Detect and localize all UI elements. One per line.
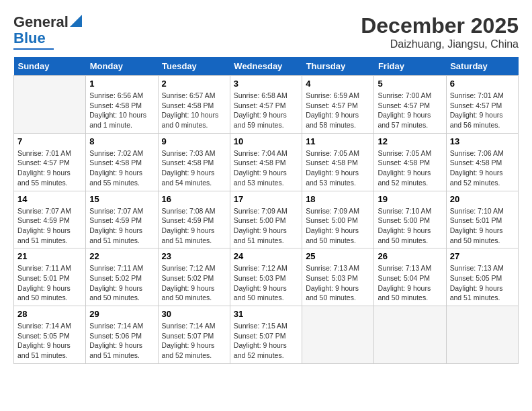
calendar-title: December 2025 <box>361 13 519 38</box>
week-row-3: 21Sunrise: 7:11 AMSunset: 5:01 PMDayligh… <box>14 248 519 306</box>
calendar-cell: 27Sunrise: 7:13 AMSunset: 5:05 PMDayligh… <box>446 248 518 306</box>
calendar-cell: 9Sunrise: 7:03 AMSunset: 4:58 PMDaylight… <box>158 133 230 191</box>
day-number: 22 <box>89 251 154 261</box>
calendar-cell: 30Sunrise: 7:14 AMSunset: 5:07 PMDayligh… <box>158 306 230 364</box>
day-number: 11 <box>306 136 370 146</box>
day-info: Sunrise: 7:09 AMSunset: 5:00 PMDaylight:… <box>234 206 298 246</box>
calendar-cell: 3Sunrise: 6:58 AMSunset: 4:57 PMDaylight… <box>230 76 302 134</box>
day-info: Sunrise: 7:10 AMSunset: 5:01 PMDaylight:… <box>450 206 515 246</box>
logo-general: General <box>13 13 69 31</box>
day-number: 17 <box>234 194 298 204</box>
page-header: General Blue December 2025 Daizhuang, Ji… <box>13 13 519 50</box>
calendar-cell: 6Sunrise: 7:01 AMSunset: 4:57 PMDaylight… <box>446 76 518 134</box>
calendar-cell: 19Sunrise: 7:10 AMSunset: 5:00 PMDayligh… <box>374 191 446 248</box>
calendar-cell: 23Sunrise: 7:12 AMSunset: 5:02 PMDayligh… <box>158 248 230 306</box>
day-info: Sunrise: 7:00 AMSunset: 4:57 PMDaylight:… <box>378 91 442 130</box>
day-info: Sunrise: 7:09 AMSunset: 5:00 PMDaylight:… <box>306 206 370 246</box>
day-number: 19 <box>378 194 442 204</box>
day-info: Sunrise: 7:07 AMSunset: 4:59 PMDaylight:… <box>89 206 154 246</box>
calendar-cell: 17Sunrise: 7:09 AMSunset: 5:00 PMDayligh… <box>230 191 302 248</box>
header-tuesday: Tuesday <box>158 57 230 76</box>
logo-blue: Blue <box>13 30 46 46</box>
calendar-header-row: SundayMondayTuesdayWednesdayThursdayFrid… <box>14 57 519 76</box>
calendar-cell: 20Sunrise: 7:10 AMSunset: 5:01 PMDayligh… <box>446 191 518 248</box>
calendar-cell: 15Sunrise: 7:07 AMSunset: 4:59 PMDayligh… <box>86 191 158 248</box>
day-info: Sunrise: 7:07 AMSunset: 4:59 PMDaylight:… <box>17 206 82 246</box>
day-info: Sunrise: 6:58 AMSunset: 4:57 PMDaylight:… <box>234 91 298 130</box>
day-number: 4 <box>306 79 370 89</box>
calendar-cell <box>374 306 446 364</box>
day-info: Sunrise: 7:14 AMSunset: 5:06 PMDaylight:… <box>89 321 154 361</box>
calendar-cell: 28Sunrise: 7:14 AMSunset: 5:05 PMDayligh… <box>14 306 86 364</box>
day-info: Sunrise: 7:05 AMSunset: 4:58 PMDaylight:… <box>378 148 442 188</box>
day-number: 10 <box>234 136 298 146</box>
calendar-cell: 24Sunrise: 7:12 AMSunset: 5:03 PMDayligh… <box>230 248 302 306</box>
day-number: 2 <box>162 79 226 89</box>
day-number: 24 <box>234 251 298 261</box>
day-number: 3 <box>234 79 298 89</box>
day-number: 15 <box>89 194 154 204</box>
day-info: Sunrise: 7:05 AMSunset: 4:58 PMDaylight:… <box>306 148 370 188</box>
calendar-cell: 10Sunrise: 7:04 AMSunset: 4:58 PMDayligh… <box>230 133 302 191</box>
day-number: 8 <box>89 136 154 146</box>
calendar-cell: 1Sunrise: 6:56 AMSunset: 4:58 PMDaylight… <box>86 76 158 134</box>
calendar-cell: 16Sunrise: 7:08 AMSunset: 4:59 PMDayligh… <box>158 191 230 248</box>
day-info: Sunrise: 7:02 AMSunset: 4:58 PMDaylight:… <box>89 148 154 188</box>
day-number: 23 <box>162 251 226 261</box>
day-number: 28 <box>17 309 82 319</box>
day-number: 27 <box>450 251 515 261</box>
day-number: 14 <box>17 194 82 204</box>
calendar-table: SundayMondayTuesdayWednesdayThursdayFrid… <box>13 57 519 364</box>
day-number: 7 <box>17 136 82 146</box>
day-info: Sunrise: 7:13 AMSunset: 5:04 PMDaylight:… <box>378 263 442 303</box>
header-wednesday: Wednesday <box>230 57 302 76</box>
week-row-0: 1Sunrise: 6:56 AMSunset: 4:58 PMDaylight… <box>14 76 519 134</box>
svg-marker-0 <box>70 15 82 27</box>
calendar-cell: 12Sunrise: 7:05 AMSunset: 4:58 PMDayligh… <box>374 133 446 191</box>
calendar-cell: 21Sunrise: 7:11 AMSunset: 5:01 PMDayligh… <box>14 248 86 306</box>
calendar-cell: 4Sunrise: 6:59 AMSunset: 4:57 PMDaylight… <box>302 76 374 134</box>
day-info: Sunrise: 7:13 AMSunset: 5:03 PMDaylight:… <box>306 263 370 303</box>
day-number: 31 <box>234 309 298 319</box>
calendar-cell <box>446 306 518 364</box>
day-info: Sunrise: 7:15 AMSunset: 5:07 PMDaylight:… <box>234 321 298 361</box>
calendar-cell <box>302 306 374 364</box>
day-info: Sunrise: 7:13 AMSunset: 5:05 PMDaylight:… <box>450 263 515 303</box>
week-row-1: 7Sunrise: 7:01 AMSunset: 4:57 PMDaylight… <box>14 133 519 191</box>
day-number: 18 <box>306 194 370 204</box>
day-number: 30 <box>162 309 226 319</box>
calendar-cell: 13Sunrise: 7:06 AMSunset: 4:58 PMDayligh… <box>446 133 518 191</box>
day-number: 25 <box>306 251 370 261</box>
calendar-cell: 8Sunrise: 7:02 AMSunset: 4:58 PMDaylight… <box>86 133 158 191</box>
calendar-subtitle: Daizhuang, Jiangsu, China <box>361 38 519 50</box>
header-thursday: Thursday <box>302 57 374 76</box>
calendar-cell: 5Sunrise: 7:00 AMSunset: 4:57 PMDaylight… <box>374 76 446 134</box>
day-info: Sunrise: 7:03 AMSunset: 4:58 PMDaylight:… <box>162 148 226 188</box>
week-row-4: 28Sunrise: 7:14 AMSunset: 5:05 PMDayligh… <box>14 306 519 364</box>
calendar-cell <box>14 76 86 134</box>
day-info: Sunrise: 7:10 AMSunset: 5:00 PMDaylight:… <box>378 206 442 246</box>
day-info: Sunrise: 7:06 AMSunset: 4:58 PMDaylight:… <box>450 148 515 188</box>
day-number: 1 <box>89 79 154 89</box>
day-info: Sunrise: 6:56 AMSunset: 4:58 PMDaylight:… <box>89 91 154 130</box>
day-number: 21 <box>17 251 82 261</box>
day-number: 26 <box>378 251 442 261</box>
day-info: Sunrise: 6:57 AMSunset: 4:58 PMDaylight:… <box>162 91 226 130</box>
calendar-cell: 29Sunrise: 7:14 AMSunset: 5:06 PMDayligh… <box>86 306 158 364</box>
calendar-cell: 18Sunrise: 7:09 AMSunset: 5:00 PMDayligh… <box>302 191 374 248</box>
day-info: Sunrise: 7:11 AMSunset: 5:01 PMDaylight:… <box>17 263 82 303</box>
day-info: Sunrise: 7:14 AMSunset: 5:05 PMDaylight:… <box>17 321 82 361</box>
calendar-cell: 31Sunrise: 7:15 AMSunset: 5:07 PMDayligh… <box>230 306 302 364</box>
calendar-cell: 22Sunrise: 7:11 AMSunset: 5:02 PMDayligh… <box>86 248 158 306</box>
day-number: 9 <box>162 136 226 146</box>
day-info: Sunrise: 7:04 AMSunset: 4:58 PMDaylight:… <box>234 148 298 188</box>
calendar-cell: 7Sunrise: 7:01 AMSunset: 4:57 PMDaylight… <box>14 133 86 191</box>
day-info: Sunrise: 7:08 AMSunset: 4:59 PMDaylight:… <box>162 206 226 246</box>
day-info: Sunrise: 6:59 AMSunset: 4:57 PMDaylight:… <box>306 91 370 130</box>
week-row-2: 14Sunrise: 7:07 AMSunset: 4:59 PMDayligh… <box>14 191 519 248</box>
day-info: Sunrise: 7:12 AMSunset: 5:02 PMDaylight:… <box>162 263 226 303</box>
logo-icon <box>70 15 82 27</box>
header-friday: Friday <box>374 57 446 76</box>
day-number: 13 <box>450 136 515 146</box>
day-number: 5 <box>378 79 442 89</box>
